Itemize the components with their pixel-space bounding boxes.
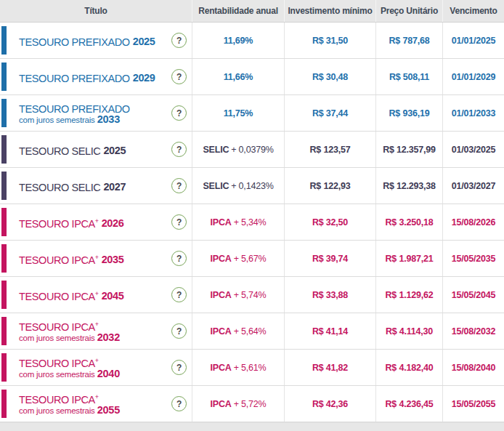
table-row[interactable]: TESOURO IPCA+ com juros semestrais2032 ?…: [0, 313, 504, 350]
help-question-icon[interactable]: ?: [171, 360, 187, 375]
bond-title: TESOURO PREFIXADO com juros semestrais20…: [19, 100, 130, 126]
maturity-date-cell: 15/05/2035: [443, 241, 504, 276]
bond-subtitle: com juros semestrais2040: [19, 368, 120, 380]
help-question-icon[interactable]: ?: [171, 69, 187, 84]
bond-title-cell[interactable]: TESOURO PREFIXADO com juros semestrais20…: [0, 95, 192, 131]
bond-title-cell[interactable]: TESOURO IPCA+2045 ?: [0, 277, 192, 313]
annual-rate-cell: IPCA+ 5,74%: [192, 277, 285, 313]
bond-color-bar: [1, 99, 7, 127]
bond-subtitle-year: 2032: [97, 331, 120, 343]
minimum-investment-cell: R$ 31,50: [285, 23, 376, 58]
table-header: Título Rentabilidade anual Investimento …: [0, 0, 504, 23]
bond-color-bar: [1, 26, 7, 55]
maturity-date-cell: 15/08/2026: [443, 204, 504, 240]
bond-color-bar: [1, 244, 7, 273]
bond-price-table: Título Rentabilidade anual Investimento …: [0, 0, 504, 431]
rate-value: + 5,61%: [234, 363, 267, 373]
rate-value: + 0,0379%: [231, 145, 273, 155]
bond-title-cell[interactable]: TESOURO IPCA+2026 ?: [0, 204, 192, 240]
bond-title-cell[interactable]: TESOURO PREFIXADO2025 ?: [0, 23, 192, 58]
annual-rate-cell: IPCA+ 5,61%: [192, 350, 285, 385]
table-row[interactable]: TESOURO IPCA+ com juros semestrais2055 ?…: [0, 386, 504, 422]
bond-subtitle-year: 2055: [97, 404, 120, 416]
bond-title: TESOURO IPCA+2045: [19, 288, 123, 302]
bond-name: TESOURO SELIC2027: [19, 179, 126, 193]
bond-year: 2025: [103, 145, 126, 156]
bond-title-cell[interactable]: TESOURO SELIC2027 ?: [0, 168, 192, 204]
table-row[interactable]: TESOURO PREFIXADO2029 ? 11,66% R$ 30,48 …: [0, 59, 504, 95]
maturity-date-cell: 01/01/2033: [443, 95, 504, 131]
bond-color-bar: [1, 390, 7, 418]
help-question-icon[interactable]: ?: [171, 323, 187, 339]
maturity-date-cell: 15/08/2040: [443, 350, 504, 385]
bond-title-cell[interactable]: TESOURO PREFIXADO2029 ?: [0, 59, 192, 94]
table-row[interactable]: TESOURO IPCA+ com juros semestrais2040 ?…: [0, 350, 504, 386]
maturity-date-cell: 15/08/2032: [443, 313, 504, 349]
rate-value: + 5,64%: [234, 326, 267, 337]
annual-rate-cell: SELIC+ 0,1423%: [192, 168, 285, 204]
rate-index-label: IPCA: [211, 363, 232, 373]
help-question-icon[interactable]: ?: [171, 178, 187, 193]
rate-value: + 0,1423%: [231, 181, 273, 191]
table-body: TESOURO PREFIXADO2025 ? 11,69% R$ 31,50 …: [0, 23, 504, 422]
maturity-date-cell: 01/01/2029: [443, 59, 504, 94]
bond-color-bar: [1, 317, 7, 345]
bond-name: TESOURO PREFIXADO2029: [19, 70, 155, 84]
help-question-icon[interactable]: ?: [171, 214, 187, 230]
header-investimento-minimo: Investimento mínimo: [285, 0, 376, 22]
table-row[interactable]: TESOURO SELIC2025 ? SELIC+ 0,0379% R$ 12…: [0, 132, 504, 168]
bond-title: TESOURO IPCA+2035: [19, 251, 123, 266]
table-row[interactable]: TESOURO SELIC2027 ? SELIC+ 0,1423% R$ 12…: [0, 168, 504, 204]
unit-price-cell: R$ 1.129,62: [376, 277, 443, 313]
bond-year: 2025: [133, 36, 155, 47]
table-row[interactable]: TESOURO IPCA+2035 ? IPCA+ 5,67% R$ 39,74…: [0, 241, 504, 277]
bond-name: TESOURO IPCA+: [19, 318, 120, 333]
annual-rate-cell: 11,75%: [192, 95, 285, 131]
annual-rate-cell: IPCA+ 5,72%: [192, 386, 285, 422]
bond-title-cell[interactable]: TESOURO IPCA+2035 ?: [0, 241, 192, 276]
bond-name: TESOURO SELIC2025: [19, 142, 126, 157]
table-row[interactable]: TESOURO IPCA+2026 ? IPCA+ 5,34% R$ 32,50…: [0, 204, 504, 241]
rate-index-label: IPCA: [211, 217, 232, 227]
bond-name: TESOURO IPCA+2035: [19, 251, 123, 266]
help-question-icon[interactable]: ?: [171, 142, 187, 157]
annual-rate-cell: 11,69%: [192, 23, 285, 58]
annual-rate-cell: IPCA+ 5,34%: [192, 204, 285, 240]
table-row[interactable]: TESOURO IPCA+2045 ? IPCA+ 5,74% R$ 33,88…: [0, 277, 504, 313]
rate-value: + 5,74%: [234, 290, 267, 300]
bond-color-bar: [1, 281, 7, 309]
bond-title-cell[interactable]: TESOURO IPCA+ com juros semestrais2040 ?: [0, 350, 192, 385]
help-question-icon[interactable]: ?: [171, 251, 187, 266]
bond-title-cell[interactable]: TESOURO IPCA+ com juros semestrais2055 ?: [0, 386, 192, 422]
help-question-icon[interactable]: ?: [171, 287, 187, 302]
minimum-investment-cell: R$ 33,88: [285, 277, 376, 313]
maturity-date-cell: 01/03/2025: [443, 132, 504, 167]
bond-color-bar: [1, 208, 7, 236]
unit-price-cell: R$ 4.114,30: [376, 313, 443, 349]
bond-title: TESOURO PREFIXADO2025: [19, 33, 155, 48]
help-question-icon[interactable]: ?: [171, 105, 187, 121]
table-row[interactable]: TESOURO PREFIXADO2025 ? 11,69% R$ 31,50 …: [0, 23, 504, 59]
bond-subtitle: com juros semestrais2032: [19, 332, 120, 344]
help-question-icon[interactable]: ?: [171, 33, 187, 48]
bond-title-cell[interactable]: TESOURO SELIC2025 ?: [0, 132, 192, 167]
bond-title: TESOURO SELIC2027: [19, 179, 126, 193]
bond-color-bar: [1, 135, 7, 164]
plus-superscript-icon: +: [95, 321, 99, 328]
bond-subtitle-year: 2033: [97, 113, 120, 125]
minimum-investment-cell: R$ 42,36: [285, 386, 376, 422]
annual-rate-cell: 11,66%: [192, 59, 285, 94]
help-question-icon[interactable]: ?: [171, 396, 187, 411]
unit-price-cell: R$ 787,68: [376, 23, 443, 58]
maturity-date-cell: 15/05/2055: [443, 386, 504, 422]
bond-title: TESOURO IPCA+ com juros semestrais2040: [19, 355, 120, 381]
bond-title-cell[interactable]: TESOURO IPCA+ com juros semestrais2032 ?: [0, 313, 192, 349]
table-row[interactable]: TESOURO PREFIXADO com juros semestrais20…: [0, 95, 504, 132]
rate-index-label: IPCA: [211, 399, 232, 409]
bond-title: TESOURO SELIC2025: [19, 142, 126, 157]
annual-rate-cell: IPCA+ 5,67%: [192, 241, 285, 276]
bond-subtitle-year: 2040: [97, 368, 120, 379]
bond-title: TESOURO IPCA+ com juros semestrais2055: [19, 391, 120, 417]
bond-name: TESOURO IPCA+: [19, 391, 120, 406]
maturity-date-cell: 01/03/2027: [443, 168, 504, 204]
